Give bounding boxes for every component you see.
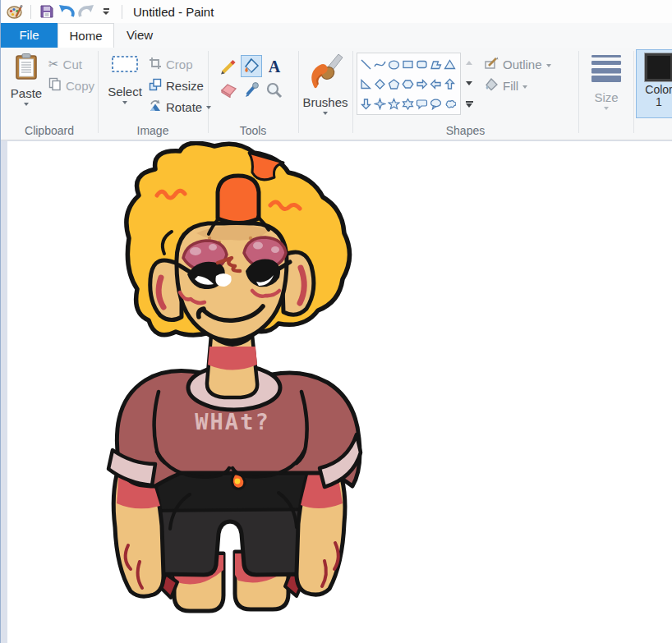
tab-file[interactable]: File [1, 23, 58, 48]
shapes-scrollbar [463, 53, 476, 115]
shape-curve[interactable] [374, 57, 387, 71]
paint-window: Untitled - Paint File Home View [0, 0, 672, 643]
brushes-dropdown-caret [323, 112, 328, 115]
group-image: Select Crop Resize [98, 48, 208, 140]
shape-callout-cloud[interactable] [444, 97, 457, 110]
group-shapes: Outline Fill Shapes [352, 48, 578, 140]
tab-view[interactable]: View [114, 23, 165, 48]
cut-icon: ✂ [48, 57, 59, 71]
fill-dropdown-caret [522, 85, 527, 89]
copy-label: Copy [66, 79, 94, 93]
size-button[interactable]: Size [586, 54, 627, 110]
shape-rounded-rectangle[interactable] [416, 57, 429, 71]
magnifier-tool[interactable] [264, 79, 285, 101]
paste-dropdown-caret [24, 103, 29, 106]
more-shapes-icon [466, 101, 473, 103]
quick-access-menu-button[interactable] [96, 2, 116, 21]
window-title: Untitled - Paint [133, 5, 214, 19]
resize-label: Resize [166, 79, 204, 93]
brushes-label: Brushes [302, 95, 348, 109]
shape-arrow-up[interactable] [444, 77, 457, 90]
tools-group-label: Tools [208, 124, 298, 137]
undo-button[interactable] [57, 2, 76, 21]
neck-red-band [208, 347, 257, 370]
group-tools: A [208, 48, 298, 140]
paste-label: Paste [11, 86, 42, 100]
shape-arrow-right[interactable] [416, 77, 429, 90]
shapes-scroll-up-button[interactable] [463, 53, 476, 73]
outline-button[interactable]: Outline [484, 55, 551, 73]
paste-icon [14, 53, 39, 84]
image-group-label: Image [98, 124, 208, 137]
drawing-canvas[interactable]: WHAt? [7, 141, 672, 643]
scroll-up-icon [466, 61, 472, 65]
titlebar-separator [30, 5, 31, 19]
cut-button[interactable]: ✂ Cut [48, 55, 82, 73]
copy-button[interactable]: Copy [48, 76, 94, 94]
fill-label: Fill [503, 79, 518, 93]
shape-ellipse[interactable] [388, 57, 401, 71]
text-tool-icon: A [269, 58, 280, 75]
crop-icon [149, 57, 162, 72]
shapes-panel [357, 53, 461, 115]
shape-diamond[interactable] [374, 77, 387, 90]
shape-polygon[interactable] [430, 57, 443, 71]
select-icon [111, 54, 139, 77]
flame-core [235, 479, 241, 485]
shape-hexagon[interactable] [402, 77, 415, 90]
redo-button[interactable] [76, 2, 96, 21]
tab-home[interactable]: Home [58, 23, 114, 48]
shape-star-4[interactable] [374, 97, 387, 110]
shape-star-5[interactable] [388, 97, 401, 110]
workarea: WHAt? [1, 140, 672, 643]
outline-label: Outline [503, 57, 542, 71]
shape-pentagon[interactable] [388, 77, 401, 90]
fill-button[interactable]: Fill [484, 76, 527, 94]
shape-right-triangle[interactable] [360, 77, 373, 90]
color1-button[interactable]: Color1 [636, 49, 672, 118]
copy-icon [48, 77, 62, 94]
group-size: Size [578, 48, 633, 140]
size-dropdown-caret [604, 107, 609, 110]
shape-triangle[interactable] [444, 57, 457, 71]
select-button[interactable]: Select [106, 54, 144, 104]
rotate-label: Rotate [166, 100, 202, 114]
paste-button[interactable]: Paste [7, 53, 45, 106]
shape-callout-rounded[interactable] [416, 97, 429, 110]
ribbon: Paste ✂ Cut Copy Clipboard [1, 48, 672, 140]
shape-line[interactable] [360, 57, 373, 71]
shape-callout-oval[interactable] [430, 97, 443, 110]
crop-label: Crop [166, 57, 193, 71]
fill-tool[interactable] [241, 55, 262, 77]
titlebar-separator [122, 5, 122, 19]
shape-arrow-down[interactable] [360, 97, 373, 110]
group-clipboard: Paste ✂ Cut Copy Clipboard [1, 48, 98, 140]
paint-logo-icon [5, 2, 25, 21]
outline-dropdown-caret [546, 64, 551, 67]
color-picker-tool[interactable] [241, 79, 262, 101]
size-icon [591, 54, 622, 85]
shirt-text: WHAt? [195, 409, 269, 434]
more-shapes-arrow-icon [466, 103, 472, 108]
brushes-button[interactable]: Brushes [302, 52, 348, 115]
ribbon-tabs: File Home View [1, 23, 672, 48]
cut-label: Cut [63, 57, 82, 71]
shape-rectangle[interactable] [402, 57, 415, 71]
save-button[interactable] [37, 2, 57, 21]
shapes-scroll-down-button[interactable] [463, 73, 476, 94]
pencil-tool[interactable] [218, 55, 239, 77]
text-tool[interactable]: A [264, 55, 285, 77]
eraser-tool[interactable] [218, 79, 239, 101]
rotate-button[interactable]: Rotate [149, 98, 211, 116]
brushes-icon [307, 52, 343, 93]
crop-button[interactable]: Crop [149, 55, 193, 73]
right-eyeshadow-highlight-2 [271, 246, 279, 253]
resize-button[interactable]: Resize [149, 76, 204, 94]
right-eyeshadow-highlight [253, 242, 263, 250]
shape-arrow-left[interactable] [430, 77, 443, 90]
shape-star-6[interactable] [402, 97, 415, 110]
select-dropdown-caret [122, 101, 127, 104]
rotate-icon [149, 99, 162, 115]
shapes-more-button[interactable] [463, 94, 476, 115]
color1-label: Color1 [645, 84, 672, 108]
